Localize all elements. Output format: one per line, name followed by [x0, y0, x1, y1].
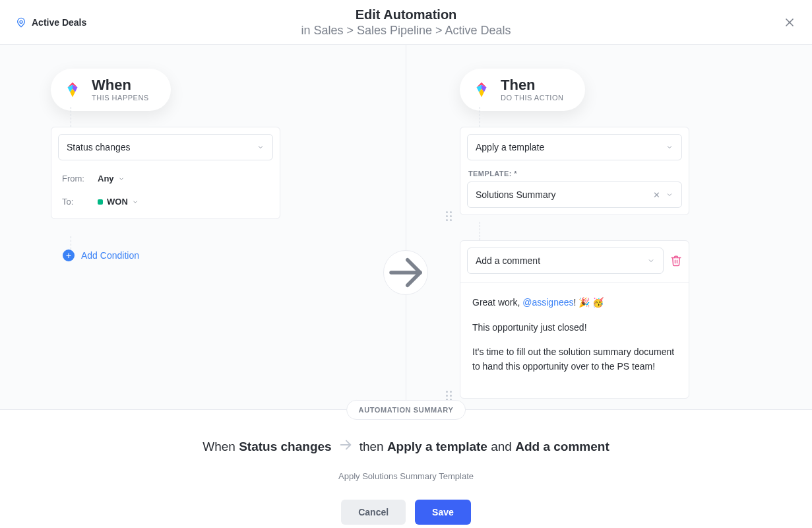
from-label: From:	[62, 174, 88, 183]
trigger-card: Status changes From: Any To: WON	[51, 127, 280, 219]
page-title: Edit Automation	[301, 7, 511, 22]
clickup-logo-icon	[63, 80, 82, 100]
delete-action-icon[interactable]	[670, 255, 682, 267]
from-value-dropdown[interactable]: Any	[98, 174, 125, 183]
when-heading: When	[92, 78, 149, 92]
chevron-down-icon	[118, 176, 125, 182]
action-select[interactable]: Add a comment	[467, 248, 664, 274]
template-select-value: Solutions Summary	[476, 189, 555, 200]
page-breadcrumb: in Sales > Sales Pipeline > Active Deals	[301, 24, 511, 38]
to-value: WON	[107, 197, 128, 207]
location-breadcrumb[interactable]: Active Deals	[16, 17, 86, 28]
then-subheading: DO THIS ACTION	[501, 94, 563, 102]
connector-line	[71, 107, 71, 127]
trigger-select[interactable]: Status changes	[58, 134, 273, 160]
action-card-add-comment: Add a comment Great work, @assignees! 🎉 …	[460, 240, 689, 399]
template-select[interactable]: Solutions Summary ✕	[467, 182, 682, 208]
trigger-select-value: Status changes	[67, 142, 131, 152]
comment-text: This opportunity just closed!	[472, 321, 677, 335]
chevron-down-icon	[647, 257, 655, 265]
status-color-chip	[98, 199, 103, 205]
chevron-down-icon	[666, 191, 673, 199]
add-condition-button[interactable]: + Add Condition	[63, 249, 139, 261]
template-field-label: TEMPLATE: *	[468, 170, 681, 178]
summary-subtext: Apply Solutions Summary Template	[0, 471, 812, 481]
connector-line	[480, 107, 480, 127]
when-pill: When THIS HAPPENS	[51, 69, 171, 111]
flow-arrow-icon	[383, 250, 428, 295]
summary-text: When	[203, 440, 239, 453]
arrow-right-icon	[338, 438, 353, 455]
then-pill: Then DO THIS ACTION	[460, 69, 585, 111]
drag-handle-icon[interactable]	[446, 211, 454, 224]
summary-text: then	[359, 440, 387, 453]
then-heading: Then	[501, 78, 563, 92]
chevron-down-icon	[132, 199, 139, 205]
to-value-dropdown[interactable]: WON	[98, 197, 139, 207]
comment-text: ! 🎉 🥳	[574, 297, 604, 308]
summary-bold: Add a comment	[515, 440, 609, 453]
close-button[interactable]	[783, 16, 796, 29]
action-card-apply-template: Apply a template TEMPLATE: * Solutions S…	[460, 127, 689, 215]
mention-token: @assignees	[522, 297, 573, 308]
plus-circle-icon: +	[63, 249, 75, 261]
save-button[interactable]: Save	[415, 500, 471, 525]
connector-line	[71, 236, 71, 249]
cancel-button[interactable]: Cancel	[341, 500, 406, 525]
summary-bold: Apply a template	[387, 440, 487, 453]
comment-text: It's time to fill out the solution summa…	[472, 345, 677, 374]
clear-icon[interactable]: ✕	[653, 190, 660, 200]
comment-body[interactable]: Great work, @assignees! 🎉 🥳 This opportu…	[460, 282, 689, 391]
svg-point-0	[20, 20, 22, 23]
connector-line	[480, 222, 480, 240]
summary-tag: AUTOMATION SUMMARY	[346, 400, 466, 420]
chevron-down-icon	[257, 143, 265, 151]
add-condition-label: Add Condition	[81, 250, 139, 261]
chevron-down-icon	[666, 143, 673, 151]
action-select-value: Apply a template	[476, 142, 544, 152]
location-text: Active Deals	[32, 17, 86, 28]
summary-text: and	[487, 440, 515, 453]
comment-text: Great work,	[472, 297, 522, 308]
action-select-value: Add a comment	[476, 255, 540, 266]
clickup-logo-icon	[472, 80, 491, 100]
automation-summary-line: When Status changes then Apply a templat…	[0, 438, 812, 455]
column-divider	[406, 45, 406, 409]
summary-bold: Status changes	[239, 440, 331, 453]
location-pin-icon	[16, 17, 26, 28]
from-value: Any	[98, 174, 114, 183]
when-subheading: THIS HAPPENS	[92, 94, 149, 102]
action-select[interactable]: Apply a template	[467, 134, 682, 160]
to-label: To:	[62, 197, 88, 207]
